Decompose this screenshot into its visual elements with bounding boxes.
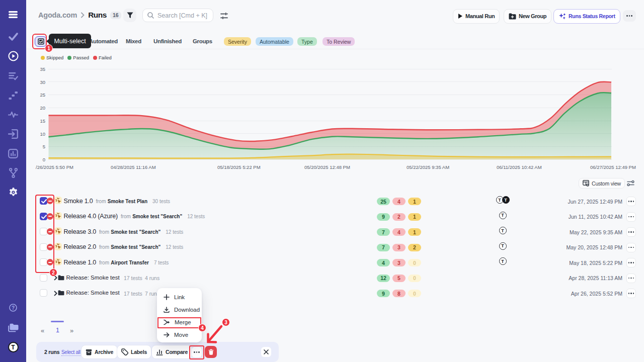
svg-text:?: ? (12, 305, 15, 311)
